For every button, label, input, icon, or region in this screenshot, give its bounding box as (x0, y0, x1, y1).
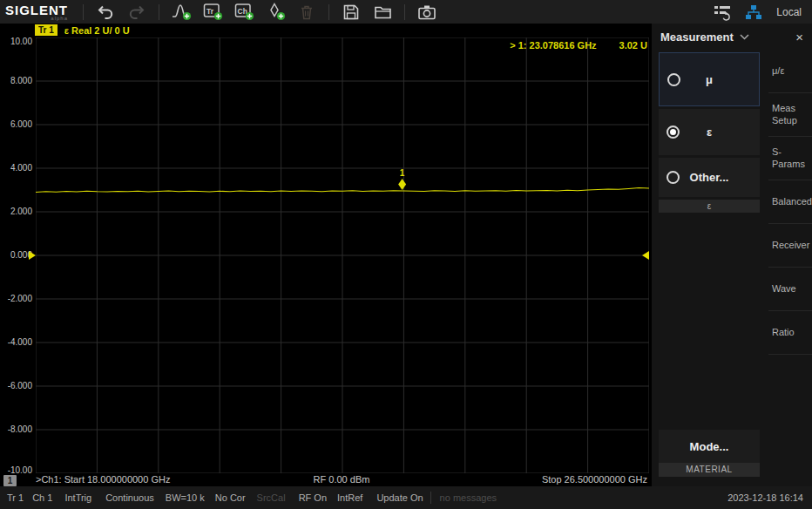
add-channel-icon: Ch (234, 3, 254, 21)
trace-header: Tr 1 ε Real 2 U/ 0 U (35, 24, 130, 36)
logo-subtext: alpha (5, 16, 68, 21)
trace-plot[interactable]: 1 (36, 37, 649, 473)
y-axis-tick: -10.00 (0, 465, 32, 475)
trash-icon (298, 3, 315, 21)
logo-text: SIGLENT (5, 3, 68, 17)
start-frequency-label[interactable]: >Ch1: Start 18.000000000 GHz (36, 474, 314, 485)
panel-header: Measurement × (652, 24, 812, 50)
lan-icon (744, 3, 763, 21)
delete-button[interactable] (294, 2, 319, 23)
y-axis-tick: 4.000 (0, 163, 32, 173)
chevron-down-icon[interactable] (740, 34, 749, 40)
marker-frequency: > 1: 23.078616 GHz (510, 40, 596, 51)
add-marker-icon (266, 3, 286, 21)
close-icon[interactable]: × (795, 31, 803, 44)
system-setup-button[interactable] (710, 2, 734, 23)
status-sweep-mode[interactable]: Continuous (105, 492, 154, 503)
folder-icon (374, 3, 392, 21)
trace-format-label[interactable]: ε Real 2 U/ 0 U (64, 25, 130, 36)
option-mu-label: μ (660, 73, 759, 86)
status-divider (430, 492, 431, 504)
add-marker-button[interactable] (263, 2, 288, 23)
save-button[interactable] (339, 2, 363, 23)
channel-badge[interactable]: 1 (3, 475, 17, 486)
add-channel-button[interactable]: Ch (232, 2, 256, 23)
redo-icon (128, 4, 145, 20)
status-reference[interactable]: IntRef (337, 492, 362, 503)
y-axis-tick: 8.000 (0, 76, 32, 85)
mode-button[interactable]: Mode... MATERIAL (659, 430, 760, 477)
menu-item-mu-epsilon[interactable]: μ/ε (768, 50, 812, 93)
y-axis-tick: 0.000 (0, 250, 32, 260)
undo-icon (97, 4, 114, 20)
stop-frequency-label[interactable]: Stop 26.500000000 GHz (369, 474, 647, 485)
menu-item-ratio[interactable]: Ratio (768, 311, 812, 355)
status-channel[interactable]: Ch 1 (32, 492, 52, 503)
status-update[interactable]: Update On (376, 492, 423, 503)
option-mu[interactable]: μ (659, 52, 760, 106)
status-trace[interactable]: Tr 1 (7, 492, 24, 503)
status-datetime: 2023-12-18 16:14 (727, 492, 803, 503)
save-icon (342, 3, 360, 21)
network-button[interactable] (741, 2, 766, 23)
add-trace-icon: Tr (203, 3, 223, 21)
status-bandwidth[interactable]: BW=10 k (166, 492, 205, 503)
screenshot-button[interactable] (415, 2, 439, 23)
status-rf[interactable]: RF On (299, 492, 327, 503)
mode-button-label: Mode... (659, 430, 760, 463)
marker-readout: > 1: 23.078616 GHz 3.02 U (510, 40, 647, 51)
add-trace-button[interactable]: Tr (200, 2, 225, 23)
menu-item-balanced[interactable]: Balanced (768, 180, 812, 224)
camera-icon (417, 3, 436, 21)
option-other[interactable]: Other... (659, 158, 760, 197)
svg-text:Ch: Ch (237, 7, 247, 16)
option-other-label: Other... (659, 171, 760, 184)
menu-item-meas-setup[interactable]: Meas Setup (768, 93, 812, 137)
y-axis-tick: -8.000 (0, 424, 32, 434)
measurement-panel: Measurement × μ ε Other... ε μ/ε Meas (652, 24, 812, 486)
panel-title[interactable]: Measurement (660, 31, 734, 44)
trace-badge[interactable]: Tr 1 (35, 24, 58, 36)
y-axis-tick: 10.00 (0, 37, 32, 46)
sna-application: SIGLENT alpha (0, 0, 812, 509)
status-correction[interactable]: No Cor (215, 492, 246, 503)
channel-footer: >Ch1: Start 18.000000000 GHz RF 0.00 dBm… (36, 474, 647, 485)
option-epsilon-label: ε (659, 126, 760, 139)
toolbar-divider (159, 4, 159, 20)
redo-button[interactable] (125, 2, 149, 23)
y-axis-tick: 2.000 (0, 207, 32, 216)
status-trigger[interactable]: IntTrig (64, 492, 91, 503)
softkey-menu: μ/ε Meas Setup S-Params Balanced Receive… (768, 50, 812, 355)
svg-text:Tr: Tr (206, 7, 214, 16)
y-axis-tick: 6.000 (0, 119, 32, 129)
local-remote-label[interactable]: Local (776, 6, 802, 18)
measurement-options: μ ε Other... ε (659, 52, 760, 213)
other-selection-value[interactable]: ε (659, 200, 760, 213)
y-axis-tick: -4.000 (0, 337, 32, 347)
menu-item-wave[interactable]: Wave (768, 268, 812, 311)
y-axis-tick: -6.000 (0, 381, 32, 390)
toolbar-divider (328, 4, 329, 20)
add-measurement-button[interactable] (169, 2, 193, 23)
status-message: no messages (440, 492, 497, 503)
menu-item-receiver[interactable]: Receiver (768, 224, 812, 268)
rf-power-label[interactable]: RF 0.00 dBm (314, 474, 370, 485)
status-bar: Tr 1 Ch 1 IntTrig Continuous BW=10 k No … (0, 486, 812, 509)
toolbar-divider (83, 4, 84, 20)
status-srccal[interactable]: SrcCal (257, 492, 286, 503)
open-button[interactable] (370, 2, 395, 23)
siglent-logo: SIGLENT alpha (5, 3, 68, 21)
graph-area: Tr 1 ε Real 2 U/ 0 U 10.00 8.000 6.000 4… (0, 24, 652, 486)
menu-item-s-params[interactable]: S-Params (768, 137, 812, 180)
ref-level-marker-right (642, 251, 649, 260)
toolbar: SIGLENT alpha (0, 0, 812, 24)
option-epsilon[interactable]: ε (659, 109, 760, 155)
mode-value: MATERIAL (659, 463, 760, 477)
y-axis-tick: -2.000 (0, 294, 32, 303)
undo-button[interactable] (93, 2, 118, 23)
add-meas-icon (172, 3, 192, 21)
toolbar-divider (404, 4, 405, 20)
svg-text:1: 1 (400, 168, 405, 178)
system-setup-icon (713, 3, 732, 21)
marker-value: 3.02 U (619, 40, 647, 51)
